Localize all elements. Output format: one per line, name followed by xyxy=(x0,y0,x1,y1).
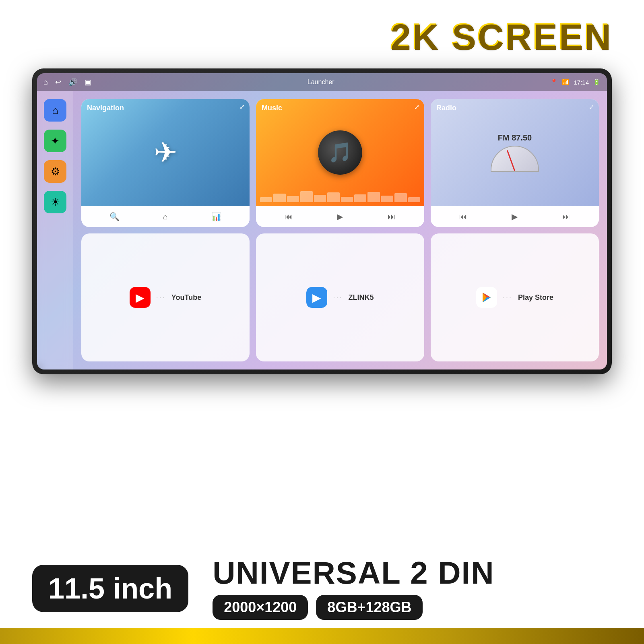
music-bars xyxy=(260,190,420,202)
youtube-icon: ▶ xyxy=(130,287,151,308)
sidebar-home-btn[interactable]: ⌂ xyxy=(44,99,66,122)
universal-title: UNIVERSAL 2 DIN xyxy=(213,557,612,588)
music-card[interactable]: 🎵 xyxy=(256,99,424,227)
home-icon[interactable]: ⌂ xyxy=(43,78,48,87)
music-next-btn[interactable]: ⏭ xyxy=(388,212,396,221)
spec-badges: 2000×1200 8GB+128GB xyxy=(213,595,612,620)
radio-needle xyxy=(507,150,516,171)
youtube-label: YouTube xyxy=(171,293,201,302)
main-content: ✈ Navigation ⤢ 🔍 ⌂ 📊 xyxy=(73,91,607,369)
window-icon[interactable]: ▣ xyxy=(85,78,91,87)
music-prev-btn[interactable]: ⏮ xyxy=(285,212,293,221)
size-text: 11.5 inch xyxy=(48,572,172,605)
radio-controls: ⏮ ▶ ⏭ xyxy=(431,206,599,227)
music-expand-icon[interactable]: ⤢ xyxy=(414,103,419,111)
wifi-icon: 📶 xyxy=(562,78,570,86)
music-play-btn[interactable]: ▶ xyxy=(337,212,343,221)
device-outer: ⌂ ↩ 🔊 ▣ Launcher 📍 📶 17:14 🔋 ⌂ xyxy=(32,68,612,374)
sidebar-home-icon: ⌂ xyxy=(52,104,58,117)
youtube-dots: ··· xyxy=(156,293,166,302)
playstore-app[interactable]: ··· Play Store xyxy=(431,233,599,361)
status-bar-right: 📍 📶 17:14 🔋 xyxy=(550,78,601,86)
radio-freq: FM 87.50 xyxy=(498,133,532,142)
radio-play-btn[interactable]: ▶ xyxy=(512,212,518,221)
radio-next-btn[interactable]: ⏭ xyxy=(562,212,570,221)
playstore-dots: ··· xyxy=(503,293,512,302)
navigation-label: Navigation xyxy=(87,104,124,112)
navigation-card-top: ✈ Navigation ⤢ xyxy=(81,99,250,206)
radio-card-top: FM 87.50 Radio ⤢ xyxy=(431,99,599,206)
battery-icon: 🔋 xyxy=(593,78,601,86)
sidebar-apps-btn[interactable]: ✦ xyxy=(44,130,66,152)
music-disc: 🎵 xyxy=(318,130,362,175)
radio-dial xyxy=(491,146,539,172)
playstore-icon xyxy=(476,287,497,308)
status-bar: ⌂ ↩ 🔊 ▣ Launcher 📍 📶 17:14 🔋 xyxy=(37,73,607,91)
music-note-icon: 🎵 xyxy=(328,141,352,164)
youtube-app[interactable]: ▶ ··· YouTube xyxy=(81,233,250,361)
sidebar-settings-btn[interactable]: ⚙ xyxy=(44,160,66,183)
music-card-top: 🎵 xyxy=(256,99,424,206)
radio-label: Radio xyxy=(436,104,456,112)
device-screen: ⌂ ↩ 🔊 ▣ Launcher 📍 📶 17:14 🔋 ⌂ xyxy=(37,73,607,369)
nav-chart-btn[interactable]: 📊 xyxy=(211,212,221,221)
universal-section: UNIVERSAL 2 DIN 2000×1200 8GB+128GB xyxy=(213,557,612,620)
storage-text: 8GB+128GB xyxy=(327,599,411,615)
sidebar-gear-icon: ⚙ xyxy=(51,165,60,178)
music-label: Music xyxy=(262,104,282,112)
playstore-label: Play Store xyxy=(518,293,553,302)
badge-text: 2K SCREEN xyxy=(390,17,612,57)
nav-search-btn[interactable]: 🔍 xyxy=(109,212,120,221)
size-badge: 11.5 inch xyxy=(32,565,188,612)
radio-prev-btn[interactable]: ⏮ xyxy=(459,212,467,221)
zlink-label: ZLINK5 xyxy=(349,293,374,302)
navigation-card[interactable]: ✈ Navigation ⤢ 🔍 ⌂ 📊 xyxy=(81,99,250,227)
volume-icon[interactable]: 🔊 xyxy=(68,78,77,87)
status-bar-left: ⌂ ↩ 🔊 ▣ xyxy=(43,78,91,87)
zlink-dots: ··· xyxy=(333,293,343,302)
screen-badge: 2K SCREEN xyxy=(390,16,612,58)
nav-home-btn[interactable]: ⌂ xyxy=(163,212,168,221)
sidebar-brightness-btn[interactable]: ☀ xyxy=(44,191,66,213)
zlink-app[interactable]: ▶ ··· ZLINK5 xyxy=(256,233,424,361)
radio-expand-icon[interactable]: ⤢ xyxy=(589,103,594,111)
paper-plane-icon: ✈ xyxy=(154,136,178,169)
back-icon[interactable]: ↩ xyxy=(55,78,61,87)
resolution-badge: 2000×1200 xyxy=(213,595,308,620)
navigation-controls: 🔍 ⌂ 📊 xyxy=(81,206,250,227)
navigation-expand-icon[interactable]: ⤢ xyxy=(239,103,245,111)
clock: 17:14 xyxy=(574,79,589,86)
resolution-text: 2000×1200 xyxy=(224,599,297,615)
music-controls: ⏮ ▶ ⏭ xyxy=(256,206,424,227)
bottom-bar xyxy=(0,628,644,644)
radio-card[interactable]: FM 87.50 Radio ⤢ ⏮ ▶ ⏭ xyxy=(431,99,599,227)
music-bg: 🎵 xyxy=(256,99,424,206)
device-wrapper: ⌂ ↩ 🔊 ▣ Launcher 📍 📶 17:14 🔋 ⌂ xyxy=(32,68,612,374)
launcher-title: Launcher xyxy=(91,78,551,86)
bottom-section: 11.5 inch UNIVERSAL 2 DIN 2000×1200 8GB+… xyxy=(32,557,612,620)
sidebar: ⌂ ✦ ⚙ ☀ xyxy=(37,91,73,369)
radio-bg: FM 87.50 xyxy=(431,99,599,206)
sidebar-apps-icon: ✦ xyxy=(51,135,60,147)
storage-badge: 8GB+128GB xyxy=(316,595,423,620)
sidebar-sun-icon: ☀ xyxy=(51,196,60,208)
zlink-icon: ▶ xyxy=(306,287,327,308)
navigation-bg: ✈ xyxy=(81,99,250,206)
location-icon: 📍 xyxy=(550,78,558,86)
